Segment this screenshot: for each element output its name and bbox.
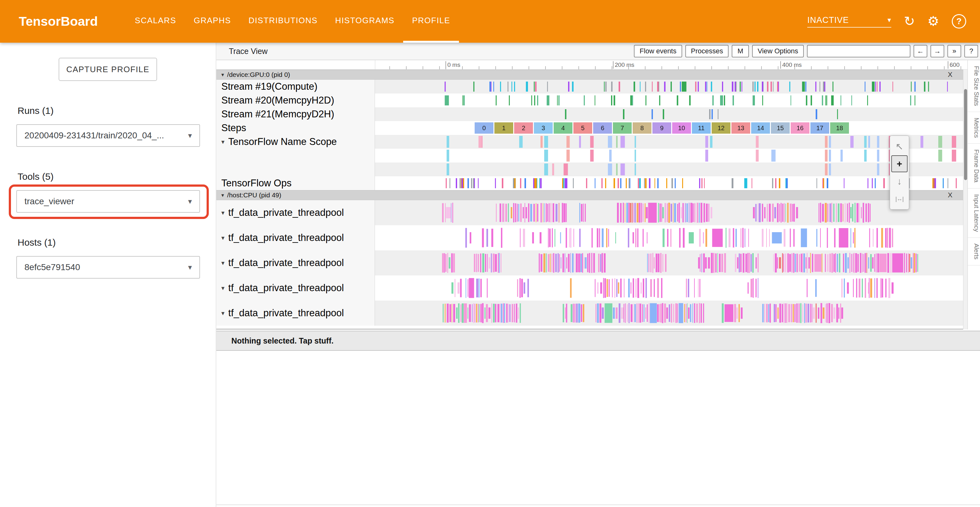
section-header[interactable]: ▾/host:CPU (pid 49)X bbox=[216, 190, 967, 200]
trace-row: ▾tf_data_private_threadpool bbox=[216, 250, 967, 276]
track-label-text: TensorFlow Ops bbox=[221, 178, 291, 189]
trace-canvas[interactable] bbox=[375, 107, 963, 121]
trace-canvas[interactable] bbox=[375, 200, 963, 225]
steps-track[interactable] bbox=[375, 121, 967, 135]
side-tab-frame-data[interactable]: Frame Data bbox=[968, 144, 980, 188]
trace-row: ▾tf_data_private_threadpool bbox=[216, 301, 967, 326]
timeline-ruler: 0 ms200 ms400 ms600 bbox=[216, 60, 967, 70]
trace-canvas[interactable] bbox=[375, 135, 963, 149]
ruler-label: 0 ms bbox=[445, 61, 460, 69]
trace-row: Steps bbox=[216, 121, 967, 135]
trace-canvas[interactable] bbox=[375, 121, 963, 135]
trace-search-input[interactable] bbox=[807, 45, 910, 57]
zoom-tool[interactable]: ↓ bbox=[891, 173, 908, 190]
capture-profile-button[interactable]: CAPTURE PROFILE bbox=[59, 58, 157, 81]
trace-track[interactable] bbox=[375, 276, 967, 301]
header-actions: INACTIVE ▾ ↻⚙? bbox=[807, 14, 966, 29]
runs-dropdown[interactable]: 20200409-231431/train/2020_04_...▾ bbox=[16, 124, 200, 147]
trace-track[interactable] bbox=[375, 135, 967, 149]
select-tool[interactable]: ↖ bbox=[891, 138, 908, 155]
scrollbar-thumb[interactable] bbox=[964, 89, 967, 180]
close-button[interactable]: X bbox=[948, 191, 952, 199]
toolbar-button-view-options[interactable]: View Options bbox=[752, 45, 804, 57]
trace-nav-button[interactable]: ← bbox=[913, 45, 928, 57]
refresh-icon[interactable]: ↻ bbox=[904, 15, 915, 28]
trace-canvas[interactable] bbox=[375, 176, 963, 190]
tab-graphs[interactable]: GRAPHS bbox=[185, 0, 240, 43]
timeline-ruler-scale: 0 ms200 ms400 ms600 bbox=[375, 60, 963, 69]
track-label[interactable]: ▾tf_data_private_threadpool bbox=[216, 276, 375, 301]
trace-track[interactable] bbox=[375, 163, 967, 176]
trace-canvas[interactable] bbox=[375, 80, 963, 94]
trace-canvas[interactable] bbox=[375, 225, 963, 250]
trace-track[interactable] bbox=[375, 200, 967, 225]
section-header[interactable]: ▾/device:GPU:0 (pid 0)X bbox=[216, 70, 967, 80]
trace-track[interactable] bbox=[375, 176, 967, 190]
trace-track[interactable] bbox=[375, 250, 967, 276]
hosts-dropdown[interactable]: 8efc5e791540▾ bbox=[16, 256, 200, 279]
side-tab-alerts[interactable]: Alerts bbox=[968, 238, 980, 265]
trace-view-panel: Trace View Flow eventsProcessesMView Opt… bbox=[216, 43, 980, 507]
track-label[interactable]: ▾tf_data_private_threadpool bbox=[216, 250, 375, 276]
trace-canvas[interactable] bbox=[375, 163, 963, 176]
chevron-down-icon: ▾ bbox=[221, 309, 224, 317]
track-label[interactable]: ▾tf_data_private_threadpool bbox=[216, 225, 375, 250]
tools-dropdown-value: trace_viewer bbox=[24, 196, 74, 206]
side-tab-file-size-stats[interactable]: File Size Stats bbox=[968, 60, 980, 112]
chevron-down-icon: ▾ bbox=[221, 234, 224, 242]
settings-icon[interactable]: ⚙ bbox=[928, 15, 939, 28]
tab-profile[interactable]: PROFILE bbox=[403, 0, 459, 43]
track-label-text: tf_data_private_threadpool bbox=[228, 207, 344, 218]
toolbar-button-processes[interactable]: Processes bbox=[685, 45, 729, 57]
trace-row: ▾tf_data_private_threadpool bbox=[216, 276, 967, 301]
help-icon[interactable]: ? bbox=[952, 14, 966, 29]
toolbar-button-flow-events[interactable]: Flow events bbox=[634, 45, 682, 57]
section-title: /device:GPU:0 (pid 0) bbox=[227, 71, 290, 78]
trace-track[interactable] bbox=[375, 149, 967, 163]
chevron-down-icon: ▾ bbox=[221, 192, 224, 199]
toolbar-button-m[interactable]: M bbox=[732, 45, 749, 57]
trace-track[interactable] bbox=[375, 301, 967, 326]
vertical-scrollbar[interactable] bbox=[963, 70, 967, 329]
trace-canvas[interactable] bbox=[375, 149, 963, 163]
track-label-text: Stream #20(MemcpyH2D) bbox=[221, 95, 334, 106]
track-label[interactable]: ▾TensorFlow Name Scope bbox=[216, 135, 375, 149]
track-label-text: tf_data_private_threadpool bbox=[228, 232, 344, 244]
trace-canvas[interactable] bbox=[375, 276, 963, 301]
close-button[interactable]: X bbox=[948, 70, 952, 79]
track-label-text: Stream #21(MemcpyD2H) bbox=[221, 108, 334, 120]
trace-nav-button[interactable]: ? bbox=[964, 45, 978, 57]
sidebar-label-tools: Tools (5) bbox=[18, 171, 216, 182]
side-tab-metrics[interactable]: Metrics bbox=[968, 112, 980, 144]
section-title: /host:CPU (pid 49) bbox=[227, 191, 282, 199]
sidebar: CAPTURE PROFILE Runs (1)20200409-231431/… bbox=[0, 43, 216, 507]
tools-dropdown[interactable]: trace_viewer▾ bbox=[16, 190, 200, 213]
trace-canvas[interactable] bbox=[375, 250, 963, 276]
tab-distributions[interactable]: DISTRIBUTIONS bbox=[240, 0, 326, 43]
trace-track[interactable] bbox=[375, 107, 967, 121]
trace-track[interactable] bbox=[375, 94, 967, 107]
tab-scalars[interactable]: SCALARS bbox=[126, 0, 185, 43]
track-label[interactable]: ▾tf_data_private_threadpool bbox=[216, 200, 375, 225]
trace-nav-button[interactable]: → bbox=[931, 45, 944, 57]
ruler-label: 600 bbox=[948, 61, 959, 69]
side-tab-strip: File Size StatsMetricsFrame DataInput La… bbox=[967, 60, 980, 329]
track-label[interactable]: ▾tf_data_private_threadpool bbox=[216, 301, 375, 326]
chevron-down-icon: ▾ bbox=[188, 131, 192, 140]
runs-dropdown-value: 20200409-231431/train/2020_04_... bbox=[24, 131, 164, 140]
track-label: Stream #19(Compute) bbox=[216, 80, 375, 94]
tab-histograms[interactable]: HISTOGRAMS bbox=[326, 0, 403, 43]
chevron-down-icon: ▾ bbox=[221, 259, 224, 267]
track-label: Steps bbox=[216, 121, 375, 135]
trace-canvas[interactable] bbox=[375, 94, 963, 107]
trace-nav-button[interactable]: » bbox=[947, 45, 961, 57]
side-tab-input-latency[interactable]: Input Latency bbox=[968, 188, 980, 238]
tensorboard-app: TensorBoard SCALARSGRAPHSDISTRIBUTIONSHI… bbox=[0, 0, 980, 507]
pan-tool[interactable]: + bbox=[891, 155, 908, 172]
header-icons: ↻⚙? bbox=[904, 14, 966, 29]
status-dropdown[interactable]: INACTIVE ▾ bbox=[807, 15, 891, 28]
trace-track[interactable] bbox=[375, 225, 967, 250]
timing-tool[interactable]: |↔| bbox=[891, 190, 908, 207]
trace-track[interactable] bbox=[375, 80, 967, 94]
trace-canvas[interactable] bbox=[375, 301, 963, 326]
